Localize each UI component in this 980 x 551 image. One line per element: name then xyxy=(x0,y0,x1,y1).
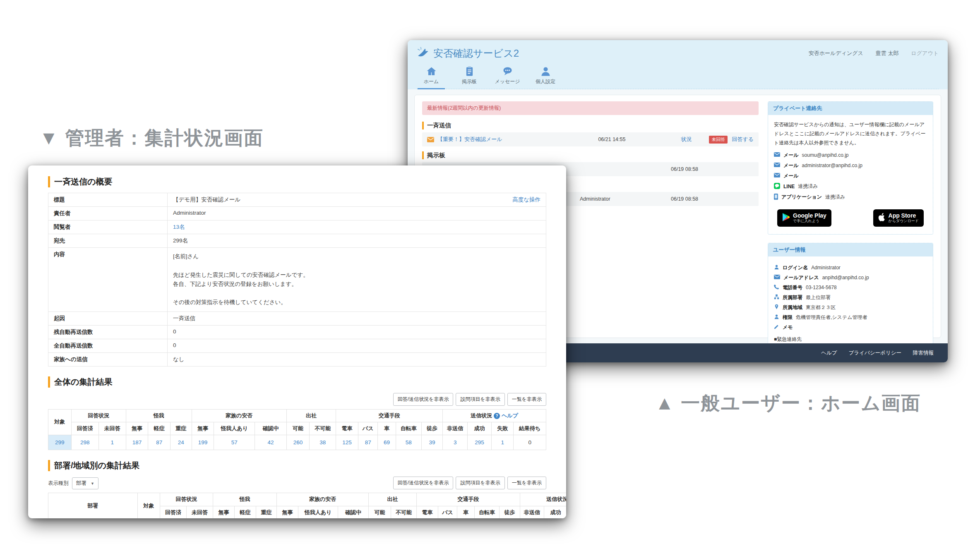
stat-cell[interactable]: 87 xyxy=(358,435,377,450)
summary-value: 13名 xyxy=(168,220,546,234)
message-item-author: Administrator xyxy=(580,196,671,202)
nav-tab-settings[interactable]: 個人設定 xyxy=(532,66,559,89)
field-label: 権限 xyxy=(783,314,793,321)
col-header: 軽症 xyxy=(148,422,171,435)
page-canvas: ▼ 管理者：集計状況画面 ▲ 一般ユーザー：ホーム画面 安否確認サービス2 安否… xyxy=(0,0,980,551)
answer-link[interactable]: 回答する xyxy=(732,136,754,143)
logout-link[interactable]: ログアウト xyxy=(911,50,939,57)
emergency-contact-memo: ■緊急連絡先本社住所：141-0021 東京都品川区上大崎３丁目１−１TEL：0… xyxy=(774,335,927,343)
stat-cell[interactable]: 58 xyxy=(396,435,421,450)
latest-news-banner: 最新情報(2週間以内の更新情報) xyxy=(422,101,759,115)
message-icon xyxy=(502,66,513,77)
mail-icon xyxy=(774,163,780,168)
region-icon xyxy=(774,304,779,311)
col-header: 電車 xyxy=(336,422,358,435)
col-header: 確認中 xyxy=(338,506,369,518)
broadcast-item-date: 06/21 14:55 xyxy=(598,137,681,142)
broadcast-item-row: 【重要！】安否確認メール 06/21 14:55 状況 未回答 回答する xyxy=(422,132,759,146)
stat-cell[interactable]: 3 xyxy=(443,435,468,450)
stat-cell[interactable]: 1 xyxy=(491,435,514,450)
toggle-response-status-button[interactable]: 回答/送信状況を非表示 xyxy=(393,393,454,406)
stat-cell[interactable]: 42 xyxy=(255,435,286,450)
col-header: 重症 xyxy=(256,506,277,518)
stat-cell[interactable]: 69 xyxy=(378,435,396,450)
dept-results-table: 部署対象回答状況怪我家族の安否出社交通手段送信状況 ?ヘルプ回答済未回答無事軽症… xyxy=(48,493,566,518)
summary-label: 宛先 xyxy=(48,234,168,248)
nav-tab-board[interactable]: 掲示板 xyxy=(456,66,483,89)
summary-value: 【デモ用】安否確認メール高度な操作 xyxy=(168,193,546,207)
summary-row: 内容[名前]さん 先ほど発生した震災に関しての安否確認メールです。 各自、下記よ… xyxy=(48,248,546,312)
stat-cell[interactable]: 39 xyxy=(421,435,443,450)
google-play-badge[interactable]: Google Playで手に入れよう xyxy=(777,209,831,227)
toggle-list-button[interactable]: 一覧を非表示 xyxy=(507,477,546,489)
broadcast-status-link[interactable]: 状況 xyxy=(681,136,701,143)
stat-cell[interactable]: 125 xyxy=(336,435,358,450)
app-header: 安否確認サービス2 安否ホールディングス 豊雲 太郎 ログアウト ホーム 掲示板 xyxy=(408,40,948,89)
help-link[interactable]: ?ヘルプ xyxy=(494,412,518,419)
admin-stats-window: 一斉送信の概要 標題【デモ用】安否確認メール高度な操作責任者Administra… xyxy=(28,165,566,518)
app-store-icon xyxy=(878,213,885,223)
stat-cell[interactable]: 187 xyxy=(126,435,148,450)
summary-label: 標題 xyxy=(48,193,168,207)
overall-results-table: 対象回答状況怪我家族の安否出社交通手段送信状況 ?ヘルプ回答済未回答無事軽症重症… xyxy=(48,409,546,450)
user-info-field: メールアドレスanpihd@anpihd.co.jp xyxy=(774,274,927,281)
field-value: 危機管理責任者,システム管理者 xyxy=(796,314,867,321)
user-info-title: ユーザー情報 xyxy=(768,243,933,256)
toggle-question-items-button[interactable]: 設問項目を非表示 xyxy=(456,477,504,489)
section-board: 掲示板 xyxy=(422,151,759,159)
field-value: anpihd@anpihd.co.jp xyxy=(822,275,869,280)
stat-cell[interactable]: 260 xyxy=(286,435,310,450)
stat-cell[interactable]: 24 xyxy=(171,435,192,450)
col-header: 不可能 xyxy=(310,422,336,435)
role-icon xyxy=(774,314,779,321)
person-settings-icon xyxy=(540,66,551,77)
nav-tab-message[interactable]: メッセージ xyxy=(494,66,521,89)
col-header: 可能 xyxy=(286,422,310,435)
col-header: 可能 xyxy=(369,506,391,518)
org-icon xyxy=(774,294,779,301)
stat-cell[interactable]: 199 xyxy=(192,435,214,450)
overall-value-row: 2992981187872419957422603812587695839329… xyxy=(48,435,546,450)
toggle-question-items-button[interactable]: 設問項目を非表示 xyxy=(456,393,504,406)
col-header: 怪我人あり xyxy=(298,506,338,518)
stat-cell[interactable]: 87 xyxy=(148,435,171,450)
contact-value: soumu@anpihd.co.jp xyxy=(802,152,849,158)
main-nav: ホーム 掲示板 メッセージ 個人設定 xyxy=(417,62,939,89)
col-header: 軽症 xyxy=(235,506,256,518)
summary-row: 宛先299名 xyxy=(48,234,546,248)
stat-cell[interactable]: 298 xyxy=(71,435,98,450)
stat-cell[interactable]: 1 xyxy=(98,435,126,450)
footer-link[interactable]: 障害情報 xyxy=(913,350,934,357)
field-value: Administrator xyxy=(811,265,841,271)
col-header: 回答済 xyxy=(71,422,98,435)
advanced-operations-link[interactable]: 高度な操作 xyxy=(512,196,540,204)
stat-cell[interactable]: 57 xyxy=(214,435,255,450)
broadcast-item-link[interactable]: 【重要！】安否確認メール xyxy=(437,136,502,143)
app-store-badge[interactable]: App Storeからダウンロード xyxy=(873,209,924,227)
summary-row: 標題【デモ用】安否確認メール高度な操作 xyxy=(48,193,546,207)
board-item-date: 06/19 08:58 xyxy=(671,166,737,172)
footer-link[interactable]: プライバシーポリシー xyxy=(849,350,901,357)
stat-cell[interactable]: 38 xyxy=(310,435,336,450)
message-item-date: 06/19 08:58 xyxy=(671,196,737,202)
summary-row: 全自動再送信数0 xyxy=(48,339,546,352)
footer-link[interactable]: ヘルプ xyxy=(821,350,837,357)
stat-cell[interactable]: 295 xyxy=(468,435,492,450)
stat-cell[interactable]: 299 xyxy=(48,435,72,450)
col-header: バス xyxy=(438,506,457,518)
summary-label: 内容 xyxy=(48,248,168,312)
viewers-link[interactable]: 13名 xyxy=(173,224,185,230)
caption-admin-screen: ▼ 管理者：集計状況画面 xyxy=(39,125,264,151)
toggle-list-button[interactable]: 一覧を非表示 xyxy=(507,393,546,406)
home-icon xyxy=(426,66,437,77)
group-送信状況: 送信状況 ?ヘルプ xyxy=(443,409,546,422)
summary-row: 閲覧者13名 xyxy=(48,220,546,234)
private-contact-title: プライベート連絡先 xyxy=(768,102,933,115)
display-type-select[interactable]: 部署 ▼ xyxy=(72,477,98,489)
stats-column-header-row: 回答済未回答無事軽症重症無事怪我人あり確認中可能不可能電車バス車自転車徒歩非送信… xyxy=(48,422,546,435)
summary-value: 299名 xyxy=(168,234,546,248)
toggle-response-status-button[interactable]: 回答/送信状況を非表示 xyxy=(393,477,454,489)
display-type-label: 表示種別 xyxy=(48,480,69,487)
nav-tab-home[interactable]: ホーム xyxy=(418,66,445,89)
summary-value: [名前]さん 先ほど発生した震災に関しての安否確認メールです。 各自、下記より安… xyxy=(168,248,546,312)
